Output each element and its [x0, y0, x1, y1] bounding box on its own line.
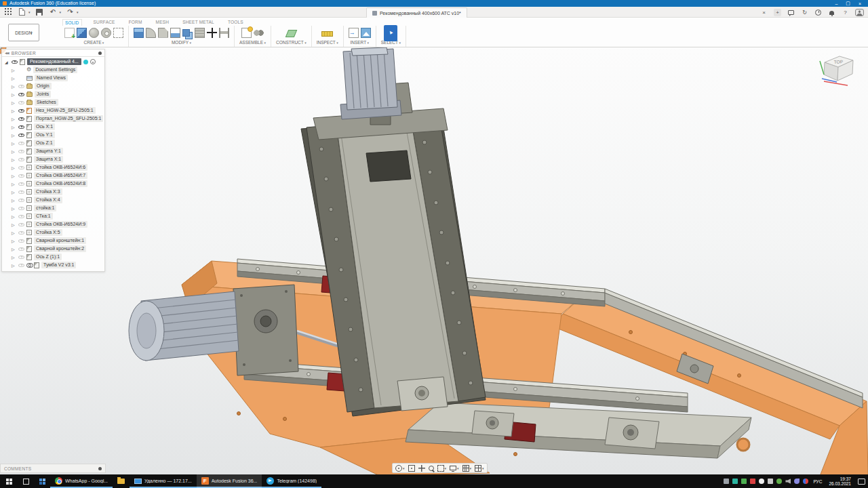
pinned-app-button[interactable] — [34, 474, 50, 488]
expand-arrow-icon[interactable]: ▷ — [12, 165, 16, 170]
look-at-icon[interactable] — [408, 465, 415, 472]
new-tab-icon[interactable]: + — [774, 9, 781, 16]
tray-icon[interactable] — [803, 479, 808, 484]
tree-item-component[interactable]: ▷Стойка X:3 — [2, 188, 104, 196]
taskbar-app-explorer[interactable] — [113, 474, 130, 488]
root-label[interactable]: Рекомендованный 4... — [27, 58, 81, 65]
tree-item-origin[interactable]: ▷Origin — [2, 82, 104, 90]
tree-item-component[interactable]: ▷Стойка X:4 — [2, 196, 104, 204]
create-sketch-icon[interactable] — [64, 28, 75, 38]
split-body-icon[interactable] — [195, 28, 205, 38]
expand-arrow-icon[interactable]: ▷ — [12, 198, 16, 203]
visibility-eye-icon[interactable] — [18, 166, 24, 169]
grid-settings-icon[interactable] — [462, 465, 469, 472]
user-avatar[interactable] — [855, 9, 864, 16]
taskbar-app-chrome[interactable]: WhatsApp - Googl... — [50, 474, 113, 488]
radial-menu-icon[interactable] — [90, 59, 96, 64]
tree-item-component[interactable]: ▷Портал_HGW-25_SFU-2505:1 — [2, 115, 104, 123]
visibility-eye-icon[interactable] — [18, 264, 24, 267]
visibility-eye-icon[interactable] — [18, 134, 24, 137]
tree-item-component[interactable]: ▷Стойка ОКВ-И6524И:8 — [2, 180, 104, 188]
tray-icon[interactable] — [768, 479, 773, 484]
expand-arrow-icon[interactable]: ▷ — [12, 117, 16, 121]
tree-item-component[interactable]: ▷Защита X:1 — [2, 155, 104, 163]
tree-root-component[interactable]: ◢ Рекомендованный 4... — [2, 58, 104, 66]
onedrive-cloud-icon[interactable] — [759, 479, 764, 484]
expand-arrow-icon[interactable]: ▷ — [12, 174, 16, 178]
new-component-icon[interactable] — [241, 28, 252, 38]
insert-derive-icon[interactable] — [349, 28, 359, 38]
expand-arrow-icon[interactable]: ▷ — [12, 84, 16, 89]
tab-mesh[interactable]: MESH — [154, 19, 172, 26]
combine-icon[interactable] — [182, 29, 190, 37]
tree-item-document-settings[interactable]: ▷⚙Document Settings — [2, 66, 104, 74]
visibility-eye-icon[interactable] — [18, 117, 24, 121]
expand-arrow-icon[interactable]: ▷ — [12, 206, 16, 211]
volume-icon[interactable] — [785, 479, 791, 484]
file-menu-icon[interactable] — [19, 8, 25, 16]
visibility-eye-icon[interactable] — [18, 239, 24, 243]
tree-item-component[interactable]: ▷стойка:1 — [2, 204, 104, 212]
tray-icon[interactable] — [750, 479, 755, 484]
tab-form[interactable]: FORM — [127, 19, 144, 26]
comments-icon[interactable] — [788, 10, 794, 15]
task-view-button[interactable] — [18, 474, 34, 488]
undo-caret-icon[interactable]: ▾ — [60, 10, 62, 14]
tray-icon[interactable] — [741, 479, 747, 484]
joint-icon[interactable] — [254, 28, 264, 38]
chamfer-icon[interactable] — [158, 28, 168, 38]
action-center-icon[interactable] — [858, 479, 865, 485]
visibility-eye-icon[interactable] — [18, 150, 24, 153]
visibility-eye-icon[interactable] — [18, 223, 24, 226]
tree-item-component[interactable]: ▷Стойка ОКВ-И6524И:9 — [2, 220, 104, 228]
tree-item-component[interactable]: ▷Сварной кронштейн:1 — [2, 237, 104, 245]
expand-arrow-icon[interactable]: ▷ — [12, 222, 16, 227]
expand-arrow-icon[interactable]: ▷ — [12, 230, 16, 235]
visibility-eye-icon[interactable] — [18, 174, 24, 178]
visibility-eye-icon[interactable] — [18, 190, 24, 194]
create-sphere-icon[interactable] — [89, 28, 99, 38]
expand-arrow-icon[interactable]: ▷ — [12, 182, 16, 186]
language-indicator[interactable]: РУС — [812, 479, 823, 484]
collapse-panel-icon[interactable]: ◀◀ — [5, 51, 9, 55]
visibility-eye-icon[interactable] — [18, 199, 24, 202]
visibility-eye-icon[interactable] — [18, 256, 24, 259]
help-icon[interactable]: ? — [842, 9, 849, 16]
expand-arrow-icon[interactable]: ▷ — [12, 76, 16, 81]
tree-item-sketches[interactable]: ▷Sketches — [2, 98, 104, 106]
modify-group-label[interactable]: MODIFY — [172, 40, 191, 45]
tree-item-component[interactable]: ▷Ось Y:1 — [2, 131, 104, 139]
move-copy-icon[interactable] — [207, 28, 217, 38]
file-menu-caret-icon[interactable]: ▾ — [28, 10, 31, 14]
redo-caret-icon[interactable]: ▾ — [77, 10, 79, 14]
job-status-icon[interactable] — [815, 9, 821, 16]
pan-icon[interactable] — [418, 465, 425, 472]
comments-bar[interactable]: COMMENTS — [0, 464, 106, 473]
tree-item-component[interactable]: ▷Ось Z (1):1 — [2, 253, 104, 261]
create-box-icon[interactable] — [77, 28, 87, 38]
expand-arrow-icon[interactable]: ▷ — [12, 133, 16, 138]
comments-options-icon[interactable] — [98, 467, 102, 470]
tree-item-component[interactable]: ▷Защита Y:1 — [2, 147, 104, 155]
zoom-icon[interactable] — [429, 466, 434, 471]
visibility-eye-icon[interactable] — [18, 247, 24, 251]
visibility-eye-icon[interactable] — [18, 93, 24, 96]
tab-solid[interactable]: SOLID — [62, 19, 82, 26]
taskbar-app-telegram[interactable]: Telegram (142498) — [262, 474, 321, 488]
workspace-switcher-design[interactable]: DESIGN▾ — [8, 24, 39, 41]
display-settings-icon[interactable] — [450, 466, 456, 470]
tree-item-component[interactable]: ▷Сварной кронштейн:2 — [2, 245, 104, 253]
model-viewport[interactable]: TOP — [0, 47, 868, 474]
expand-arrow-icon[interactable]: ▷ — [12, 125, 16, 129]
create-cylinder-icon[interactable] — [101, 28, 111, 38]
tree-item-component[interactable]: ▷Ось Z:1 — [2, 139, 104, 147]
tree-item-joints[interactable]: ▷Joints — [2, 90, 104, 98]
create-group-label[interactable]: CREATE — [84, 40, 104, 45]
viewcube[interactable]: TOP — [818, 52, 859, 89]
shell-icon[interactable] — [170, 28, 180, 38]
document-tab[interactable]: Рекомендованный 400x600 ATC v10* — [366, 7, 467, 18]
tray-icon[interactable] — [724, 479, 729, 484]
start-button[interactable] — [0, 474, 18, 488]
tree-item-component[interactable]: ▷СТка:1 — [2, 212, 104, 220]
construction-plane-icon[interactable] — [285, 30, 297, 37]
